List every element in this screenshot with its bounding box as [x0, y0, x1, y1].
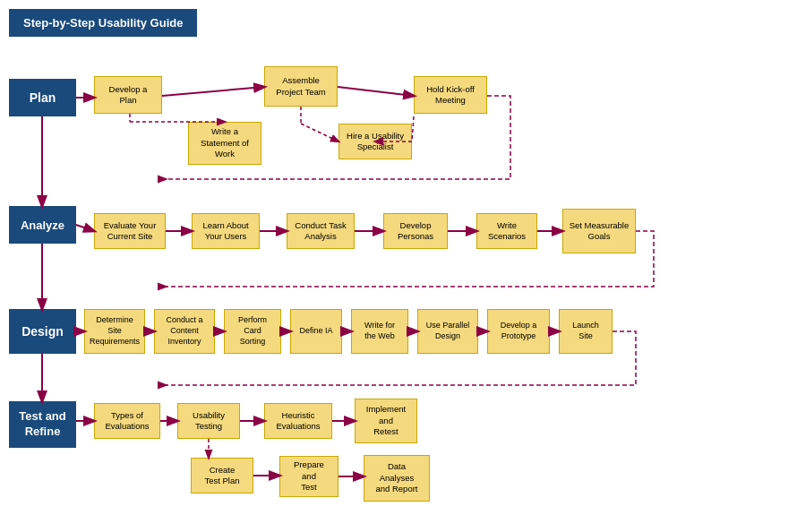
usability-testing-box: UsabilityTesting — [177, 403, 240, 439]
conduct-inventory-box: Conduct aContentInventory — [154, 309, 215, 354]
develop-personas-box: DevelopPersonas — [383, 213, 448, 249]
title-box: Step-by-Step Usability Guide — [9, 9, 197, 37]
develop-plan-box: Develop aPlan — [94, 76, 162, 114]
heuristic-eval-box: HeuristicEvaluations — [264, 403, 332, 439]
perform-card-box: PerformCardSorting — [224, 309, 281, 354]
data-analyses-box: DataAnalysesand Report — [364, 455, 430, 502]
svg-line-5 — [338, 87, 414, 96]
svg-line-12 — [76, 225, 94, 231]
svg-line-9 — [301, 124, 339, 142]
write-sow-box: Write aStatement ofWork — [188, 122, 261, 165]
create-testplan-box: CreateTest Plan — [191, 458, 253, 493]
phase-test: Test andRefine — [9, 401, 76, 448]
determine-req-box: DetermineSiteRequirements — [84, 309, 145, 354]
eval-site-box: Evaluate YourCurrent Site — [94, 213, 166, 249]
define-ia-box: Define IA — [290, 309, 342, 354]
launch-site-box: LaunchSite — [559, 309, 613, 354]
use-parallel-box: Use ParallelDesign — [417, 309, 478, 354]
svg-line-4 — [162, 87, 264, 96]
phase-analyze: Analyze — [9, 206, 76, 244]
svg-line-10 — [412, 116, 414, 142]
hire-specialist-box: Hire a UsabilitySpecialist — [339, 124, 412, 159]
learn-users-box: Learn AboutYour Users — [192, 213, 260, 249]
phase-design: Design — [9, 309, 76, 354]
implement-retest-box: ImplementandRetest — [355, 399, 417, 443]
develop-proto-box: Develop aPrototype — [487, 309, 550, 354]
types-eval-box: Types ofEvaluations — [94, 403, 160, 439]
diagram-container: Step-by-Step Usability Guide Plan Analyz… — [0, 0, 797, 532]
write-web-box: Write forthe Web — [351, 309, 408, 354]
prepare-test-box: PrepareandTest — [279, 456, 339, 497]
write-scenarios-box: WriteScenarios — [476, 213, 537, 249]
hold-kickoff-box: Hold Kick-offMeeting — [414, 76, 487, 114]
conduct-task-box: Conduct TaskAnalysis — [287, 213, 355, 249]
assemble-team-box: AssembleProject Team — [264, 66, 338, 107]
phase-plan: Plan — [9, 79, 76, 116]
set-goals-box: Set MeasurableGoals — [562, 209, 636, 253]
